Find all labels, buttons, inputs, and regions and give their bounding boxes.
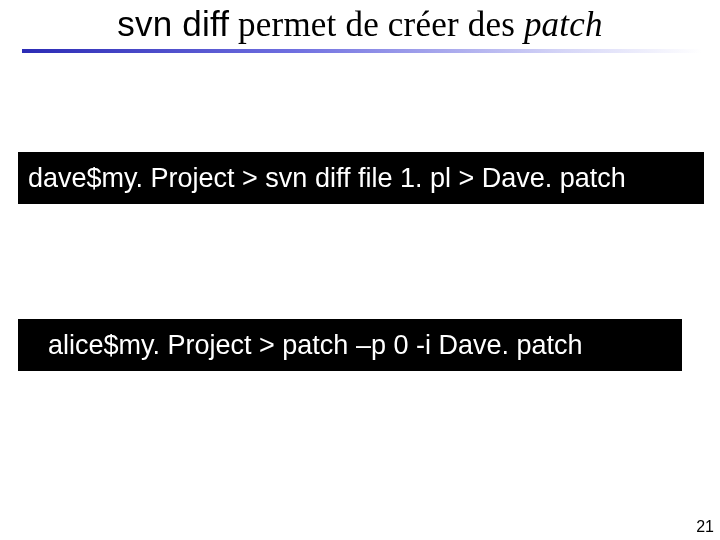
title-emphasis: patch bbox=[524, 5, 603, 44]
title-underline-rule bbox=[22, 49, 702, 53]
slide: svn diff permet de créer des patch dave$… bbox=[0, 0, 720, 540]
terminal-line-1: dave$my. Project > svn diff file 1. pl >… bbox=[18, 152, 704, 204]
title-text: permet de créer des bbox=[229, 5, 524, 44]
slide-title: svn diff permet de créer des patch bbox=[0, 4, 720, 45]
terminal-text-1: dave$my. Project > svn diff file 1. pl >… bbox=[28, 163, 626, 194]
page-number: 21 bbox=[696, 518, 714, 536]
terminal-line-2: alice$my. Project > patch –p 0 -i Dave. … bbox=[18, 319, 682, 371]
terminal-text-2: alice$my. Project > patch –p 0 -i Dave. … bbox=[48, 330, 583, 361]
title-command: svn diff bbox=[117, 4, 229, 43]
